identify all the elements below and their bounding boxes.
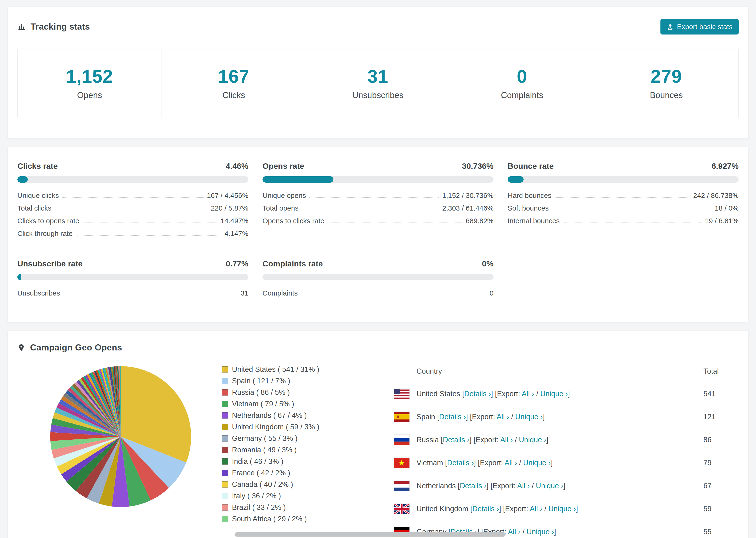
country-cell: Spain [Details ›] [Export: All › / Uniqu… — [416, 413, 703, 421]
details-link[interactable]: Details › — [443, 436, 469, 444]
country-total: 79 — [703, 459, 739, 467]
export-unique-link[interactable]: Unique › — [536, 482, 563, 490]
export-all-link[interactable]: All › — [500, 436, 513, 444]
export-icon — [667, 23, 674, 30]
rate-stat-label: Clicks to opens rate — [17, 217, 79, 225]
gb-flag-icon — [394, 504, 409, 514]
details-link[interactable]: Details › — [460, 482, 486, 490]
export-unique-link[interactable]: Unique › — [549, 505, 576, 513]
progress-bar-fill — [262, 176, 333, 183]
legend-item-netherlands: Netherlands ( 67 / 4% ) — [222, 411, 389, 420]
geo-pie-chart — [48, 364, 193, 510]
legend-swatch — [222, 481, 228, 488]
rate-stat-label: Opens to clicks rate — [262, 217, 324, 225]
export-all-link[interactable]: All › — [508, 528, 520, 536]
geo-table-row-vietnam: Vietnam [Details ›] [Export: All › / Uni… — [389, 452, 739, 474]
rate-stat-row: Hard bounces242 / 86.738% — [508, 189, 739, 202]
dotted-leader — [63, 295, 237, 295]
rate-stat-row: Total opens2,303 / 61.446% — [262, 202, 494, 215]
nl-flag-icon — [394, 481, 409, 491]
rate-title: Clicks rate — [17, 161, 58, 171]
stat-box-opens: 1,152Opens — [18, 49, 162, 118]
rate-stat-row: Unsubscribes31 — [17, 287, 248, 299]
progress-bar-fill — [508, 176, 523, 183]
location-pin-icon — [17, 344, 26, 351]
export-unique-link[interactable]: Unique › — [523, 459, 551, 467]
legend-label: Russia ( 86 / 5% ) — [232, 388, 290, 397]
country-name: Vietnam — [416, 459, 443, 467]
stat-label: Opens — [20, 90, 159, 100]
legend-label: Romania ( 49 / 3% ) — [232, 446, 297, 454]
legend-swatch — [222, 470, 228, 476]
export-unique-link[interactable]: Unique › — [540, 390, 568, 398]
rate-stat-label: Complaints — [262, 289, 298, 297]
export-all-link[interactable]: All › — [517, 482, 530, 490]
legend-swatch — [222, 401, 228, 407]
rate-title: Unsubscribe rate — [17, 259, 82, 268]
rate-stat-value: 220 / 5.87% — [211, 204, 248, 212]
geo-table: Country Total United States [Details ›] … — [389, 364, 739, 538]
country-name: Russia — [416, 436, 439, 444]
rate-title: Complaints rate — [262, 259, 323, 268]
geo-content: United States ( 541 / 31% )Spain ( 121 /… — [8, 364, 748, 538]
progress-bar-fill — [17, 274, 21, 280]
horizontal-scrollbar-thumb[interactable] — [235, 532, 506, 537]
legend-label: Brazil ( 33 / 2% ) — [232, 503, 286, 512]
export-all-link[interactable]: All › — [497, 413, 509, 421]
legend-label: South Africa ( 29 / 2% ) — [232, 515, 307, 523]
rate-stat-label: Internal bounces — [508, 217, 560, 225]
details-link[interactable]: Details › — [447, 459, 474, 467]
dotted-leader — [82, 223, 217, 223]
export-unique-link[interactable]: Unique › — [519, 436, 546, 444]
country-total: 541 — [703, 390, 739, 398]
legend-swatch — [222, 424, 228, 430]
country-total: 86 — [703, 436, 739, 444]
rate-stat-value: 14.497% — [221, 217, 248, 225]
export-basic-stats-button[interactable]: Export basic stats — [661, 19, 739, 34]
tracking-stats-header: Tracking stats Export basic stats — [8, 7, 748, 34]
details-link[interactable]: Details › — [464, 390, 491, 398]
country-total: 67 — [703, 482, 739, 490]
vn-flag-icon — [394, 458, 409, 468]
progress-bar — [17, 274, 248, 280]
geo-opens-header: Campaign Geo Opens — [8, 331, 748, 352]
details-link[interactable]: Details › — [439, 413, 466, 421]
progress-bar — [262, 176, 494, 183]
dotted-leader — [555, 197, 690, 198]
rate-stat-label: Click through rate — [17, 230, 73, 238]
stat-value: 1,152 — [20, 66, 159, 87]
country-cell: Russia [Details ›] [Export: All › / Uniq… — [416, 436, 703, 444]
legend-swatch — [222, 516, 228, 522]
legend-label: United States ( 541 / 31% ) — [232, 365, 319, 374]
country-total: 55 — [703, 528, 739, 536]
geo-opens-card: Campaign Geo Opens United States ( 541 /… — [7, 330, 749, 538]
rate-panel-unsubscribe-rate: Unsubscribe rate0.77%Unsubscribes31 — [17, 259, 248, 299]
es-flag-icon — [394, 412, 409, 422]
rates-grid: Clicks rate4.46%Unique clicks167 / 4.456… — [17, 161, 739, 299]
dotted-leader — [552, 210, 711, 210]
rate-stat-row: Clicks to opens rate14.497% — [17, 215, 248, 227]
details-link[interactable]: Details › — [472, 505, 499, 513]
rate-title: Opens rate — [262, 161, 304, 171]
rate-panel-bounce-rate: Bounce rate6.927%Hard bounces242 / 86.73… — [508, 161, 739, 240]
legend-item-united-kingdom: United Kingdom ( 59 / 3% ) — [222, 423, 389, 431]
legend-swatch — [222, 505, 228, 511]
export-all-link[interactable]: All › — [530, 505, 542, 513]
legend-swatch — [222, 412, 228, 418]
country-cell: United States [Details ›] [Export: All ›… — [416, 390, 703, 398]
rate-stat-label: Unique clicks — [17, 191, 59, 199]
dotted-leader — [563, 223, 702, 223]
stat-label: Complaints — [453, 90, 592, 100]
rate-stat-value: 4.147% — [225, 230, 248, 238]
legend-label: Italy ( 36 / 2% ) — [232, 492, 281, 500]
export-unique-link[interactable]: Unique › — [527, 528, 554, 536]
export-all-link[interactable]: All › — [505, 459, 517, 467]
export-unique-link[interactable]: Unique › — [515, 413, 543, 421]
legend-item-brazil: Brazil ( 33 / 2% ) — [222, 503, 389, 512]
export-all-link[interactable]: All › — [522, 390, 534, 398]
legend-swatch — [222, 447, 228, 453]
progress-bar — [262, 274, 494, 280]
country-cell: Netherlands [Details ›] [Export: All › /… — [416, 482, 703, 490]
legend-label: Netherlands ( 67 / 4% ) — [232, 411, 307, 420]
us-flag-icon — [394, 389, 409, 399]
